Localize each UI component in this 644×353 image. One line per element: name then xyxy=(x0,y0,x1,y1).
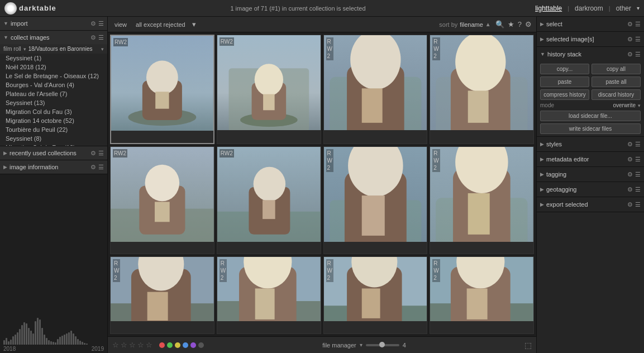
selected-images-settings-icon[interactable]: ⚙ xyxy=(627,36,633,43)
select-menu-icon[interactable]: ☰ xyxy=(635,21,641,28)
history-mode-dropdown-icon[interactable]: ▾ xyxy=(638,103,641,108)
styles-header[interactable]: ▶ styles ⚙ ☰ xyxy=(537,137,644,151)
color-label-yellow[interactable] xyxy=(175,342,180,348)
photo-cell[interactable]: RW2 xyxy=(323,256,428,334)
history-copy-button[interactable]: copy... xyxy=(540,64,589,74)
recently-settings-icon[interactable]: ⚙ xyxy=(90,150,96,157)
photo-cell[interactable]: RW2 xyxy=(110,35,214,144)
metadata-menu-icon[interactable]: ☰ xyxy=(635,156,641,163)
select-settings-icon[interactable]: ⚙ xyxy=(627,21,633,28)
color-label-violet[interactable] xyxy=(190,342,196,348)
collect-settings-icon[interactable]: ⚙ xyxy=(90,34,96,41)
photo-cell[interactable]: RW2 xyxy=(323,35,428,144)
recently-menu-icon[interactable]: ☰ xyxy=(98,150,104,157)
recently-used-header[interactable]: ▶ recently used collections ⚙ ☰ xyxy=(0,146,107,160)
geotagging-header[interactable]: ▶ geotagging ⚙ ☰ xyxy=(537,182,644,197)
nav-dropdown-arrow[interactable]: ▾ xyxy=(637,5,640,11)
metadata-editor-header[interactable]: ▶ metadata editor ⚙ ☰ xyxy=(537,152,644,166)
list-item[interactable]: Seyssinet (13) xyxy=(0,98,107,107)
tagging-settings-icon[interactable]: ⚙ xyxy=(627,171,633,178)
import-settings-icon[interactable]: ⚙ xyxy=(90,20,96,27)
select-header[interactable]: ▶ select ⚙ ☰ xyxy=(537,17,644,31)
color-label-red[interactable] xyxy=(159,342,165,348)
history-stack-header[interactable]: ▼ history stack ⚙ ☰ xyxy=(537,47,644,61)
star-2[interactable]: ☆ xyxy=(121,341,127,349)
photo-cell[interactable]: RW2 xyxy=(430,146,534,255)
list-item[interactable]: Le Sel de Bretagne - Oiseaux (12) xyxy=(0,71,107,80)
collect-images-header[interactable]: ▼ collect images ⚙ ☰ xyxy=(0,31,107,44)
photo-cell[interactable]: RW2 xyxy=(110,146,214,255)
list-item[interactable]: Noël 2018 (12) xyxy=(0,63,107,71)
help-icon[interactable]: ? xyxy=(518,20,522,28)
history-settings-icon[interactable]: ⚙ xyxy=(627,51,633,58)
list-item[interactable]: Bourges - Val d'Auron (4) xyxy=(0,80,107,89)
list-item[interactable]: Seyssinet (1) xyxy=(0,54,107,63)
list-item[interactable]: Seyssinet (8) xyxy=(0,134,107,143)
film-roll-dropdown-icon[interactable]: ▾ xyxy=(23,46,26,52)
tagging-header[interactable]: ▶ tagging ⚙ ☰ xyxy=(537,167,644,182)
file-manager-dropdown-icon[interactable]: ▾ xyxy=(360,342,362,348)
photo-cell[interactable]: RW2 xyxy=(430,35,534,144)
photo-cell[interactable]: RW2 xyxy=(323,146,428,255)
selected-images-menu-icon[interactable]: ☰ xyxy=(635,36,641,43)
photo-cell[interactable]: RW2 xyxy=(217,146,321,255)
import-header[interactable]: ▼ import ⚙ ☰ xyxy=(0,17,107,30)
export-settings-icon[interactable]: ⚙ xyxy=(627,201,633,208)
history-load-sidecar-button[interactable]: load sidecar file... xyxy=(540,111,641,121)
selected-images-header[interactable]: ▶ selected image[s] ⚙ ☰ xyxy=(537,32,644,46)
color-label-green[interactable] xyxy=(167,342,173,348)
star-5[interactable]: ☆ xyxy=(146,341,152,349)
import-menu-icon[interactable]: ☰ xyxy=(98,20,104,27)
list-item[interactable]: Migration 14 octobre (52) xyxy=(0,116,107,125)
tagging-menu-icon[interactable]: ☰ xyxy=(635,171,641,178)
history-discard-button[interactable]: discard history xyxy=(591,89,641,100)
svg-rect-40 xyxy=(468,193,490,235)
star-1[interactable]: ☆ xyxy=(112,341,119,349)
styles-settings-icon[interactable]: ⚙ xyxy=(627,141,633,148)
fullscreen-icon[interactable]: ⬚ xyxy=(524,341,532,350)
styles-menu-icon[interactable]: ☰ xyxy=(635,141,641,148)
list-item[interactable]: Migration Col du Fau (13) xyxy=(0,143,107,146)
history-paste-button[interactable]: paste xyxy=(540,77,589,87)
history-paste-all-button[interactable]: paste all xyxy=(591,77,641,87)
history-menu-icon[interactable]: ☰ xyxy=(635,51,641,58)
view-button[interactable]: view xyxy=(112,20,129,29)
collect-menu-icon[interactable]: ☰ xyxy=(98,34,104,41)
image-information-header[interactable]: ▶ image information ⚙ ☰ xyxy=(0,160,107,174)
nav-lighttable[interactable]: lighttable xyxy=(533,3,564,13)
zoom-handle[interactable] xyxy=(379,342,385,347)
geotagging-menu-icon[interactable]: ☰ xyxy=(635,186,641,193)
export-selected-header[interactable]: ▶ export selected ⚙ ☰ xyxy=(537,197,644,212)
sort-by-value[interactable]: filename xyxy=(460,21,483,28)
star-icon[interactable]: ★ xyxy=(508,20,514,28)
geotagging-settings-icon[interactable]: ⚙ xyxy=(627,186,633,193)
image-info-settings-icon[interactable]: ⚙ xyxy=(90,164,96,171)
film-roll-value[interactable]: 18/Vautours en Baronnies xyxy=(28,46,99,52)
photo-cell[interactable]: RW2 xyxy=(217,35,321,144)
photo-cell[interactable]: RW2 xyxy=(217,256,321,334)
filter-dropdown[interactable]: all except rejected xyxy=(133,20,188,29)
history-write-sidecar-button[interactable]: write sidecar files xyxy=(540,123,641,134)
nav-other[interactable]: other xyxy=(614,3,633,13)
color-label-blue[interactable] xyxy=(183,342,188,348)
settings-icon[interactable]: ⚙ xyxy=(525,20,532,28)
image-info-menu-icon[interactable]: ☰ xyxy=(98,164,104,171)
zoom-slider[interactable] xyxy=(366,344,399,346)
photo-cell[interactable]: RW2 xyxy=(110,256,214,334)
nav-darkroom[interactable]: darkroom xyxy=(573,3,605,13)
export-menu-icon[interactable]: ☰ xyxy=(635,201,641,208)
photo-cell[interactable]: RW2 xyxy=(430,256,534,334)
list-item[interactable]: Migration Col du Fau (3) xyxy=(0,107,107,116)
history-compress-button[interactable]: compress history xyxy=(540,89,589,100)
list-item[interactable]: Plateau de l'Arselle (7) xyxy=(0,89,107,98)
filter-dropdown-arrow[interactable]: ▾ xyxy=(192,20,196,28)
list-item[interactable]: Tourbière du Peuil (22) xyxy=(0,125,107,134)
film-roll-expand-icon[interactable]: ▾ xyxy=(101,46,104,52)
star-3[interactable]: ☆ xyxy=(129,341,136,349)
history-copy-all-button[interactable]: copy all xyxy=(591,64,641,74)
star-4[interactable]: ☆ xyxy=(137,341,144,349)
sort-direction-icon[interactable]: ▲ xyxy=(485,21,491,27)
color-label-gray[interactable] xyxy=(198,342,204,348)
metadata-settings-icon[interactable]: ⚙ xyxy=(627,156,633,163)
search-icon[interactable]: 🔍 xyxy=(495,20,504,28)
